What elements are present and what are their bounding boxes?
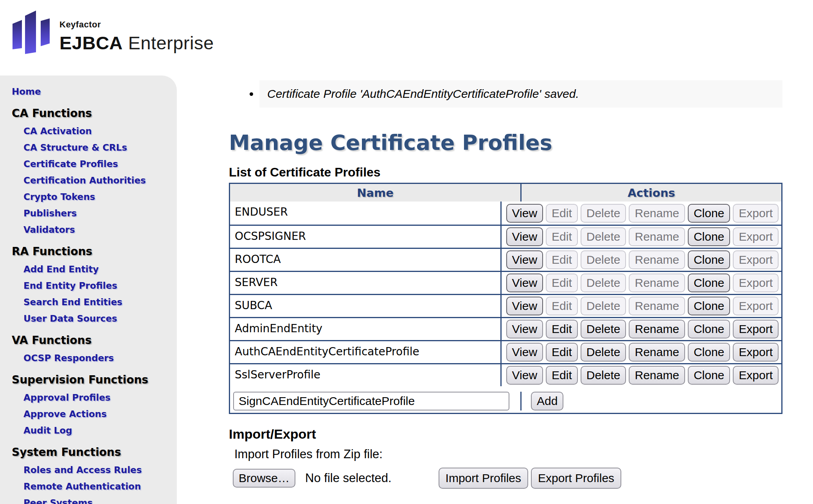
sidebar-item-remote-authentication[interactable]: Remote Authentication <box>23 481 177 491</box>
sidebar-item-add-end-entity[interactable]: Add End Entity <box>23 264 177 274</box>
table-row: SUBCA ViewEditDeleteRenameCloneExport <box>230 294 781 317</box>
profile-actions: ViewEditDeleteRenameCloneExport <box>502 364 781 386</box>
export-button: Export <box>733 274 779 292</box>
add-button[interactable]: Add <box>531 392 563 410</box>
view-button[interactable]: View <box>506 343 543 362</box>
profile-name: SERVER <box>230 272 502 294</box>
delete-button[interactable]: Delete <box>581 343 626 362</box>
sidebar-section-supervision-functions: Supervision Functions <box>12 373 177 386</box>
sidebar-section-system-functions: System Functions <box>12 446 177 459</box>
export-button: Export <box>733 297 779 315</box>
clone-button[interactable]: Clone <box>688 320 730 338</box>
edit-button[interactable]: Edit <box>546 320 578 338</box>
export-button[interactable]: Export <box>733 320 779 338</box>
rename-button[interactable]: Rename <box>629 366 685 385</box>
sidebar-item-ca-structure-crls[interactable]: CA Structure & CRLs <box>23 142 177 153</box>
sidebar-item-audit-log[interactable]: Audit Log <box>23 425 177 436</box>
sidebar-item-peer-systems[interactable]: Peer Systems <box>23 498 177 504</box>
clone-button[interactable]: Clone <box>688 366 730 385</box>
new-profile-name-input[interactable] <box>233 392 509 410</box>
edit-button: Edit <box>546 297 578 315</box>
export-button: Export <box>733 204 779 223</box>
profile-name: AdminEndEntity <box>230 318 502 340</box>
export-button: Export <box>733 227 779 246</box>
sidebar-item-roles-and-access-rules[interactable]: Roles and Access Rules <box>23 465 177 475</box>
clone-button[interactable]: Clone <box>688 250 730 269</box>
edit-button: Edit <box>546 227 578 246</box>
rename-button: Rename <box>629 227 685 246</box>
clone-button[interactable]: Clone <box>688 227 730 246</box>
save-confirmation-message: Certificate Profile 'AuthCAEndEntityCert… <box>259 80 782 108</box>
sidebar-item-home[interactable]: Home <box>12 86 177 97</box>
certificate-profiles-table: Name Actions ENDUSER ViewEditDeleteRenam… <box>229 183 782 414</box>
sidebar-item-end-entity-profiles[interactable]: End Entity Profiles <box>23 281 177 291</box>
sidebar-item-crypto-tokens[interactable]: Crypto Tokens <box>23 192 177 202</box>
sidebar-item-validators[interactable]: Validators <box>23 225 177 235</box>
profile-actions: ViewEditDeleteRenameCloneExport <box>502 249 781 271</box>
table-row: OCSPSIGNER ViewEditDeleteRenameCloneExpo… <box>230 225 781 248</box>
table-header-row: Name Actions <box>230 184 781 202</box>
logo-product-name: EJBCA <box>59 32 123 53</box>
sidebar-section-ca-functions: CA Functions <box>12 107 177 120</box>
profile-name: AuthCAEndEntityCertificateProfile <box>230 341 502 363</box>
sidebar-item-search-end-entities[interactable]: Search End Entities <box>23 297 177 307</box>
profile-actions: ViewEditDeleteRenameCloneExport <box>502 272 781 294</box>
profile-actions: ViewEditDeleteRenameCloneExport <box>502 295 781 317</box>
export-button[interactable]: Export <box>733 343 779 362</box>
list-section-title: List of Certificate Profiles <box>229 165 792 180</box>
clone-button[interactable]: Clone <box>688 343 730 362</box>
delete-button[interactable]: Delete <box>581 366 626 385</box>
clone-button[interactable]: Clone <box>688 274 730 292</box>
logo-bar-right <box>41 18 50 46</box>
sidebar-item-ocsp-responders[interactable]: OCSP Responders <box>23 353 177 363</box>
view-button[interactable]: View <box>506 297 543 315</box>
sidebar-item-publishers[interactable]: Publishers <box>23 208 177 218</box>
rename-button: Rename <box>629 297 685 315</box>
keyfactor-logo-icon <box>12 9 55 57</box>
logo-text: Keyfactor EJBCA Enterprise <box>59 20 214 54</box>
delete-button: Delete <box>581 297 626 315</box>
browse-button[interactable]: Browse… <box>233 469 295 488</box>
file-status-text: No file selected. <box>305 471 392 485</box>
view-button[interactable]: View <box>506 227 543 246</box>
edit-button[interactable]: Edit <box>546 343 578 362</box>
delete-button: Delete <box>581 274 626 292</box>
rename-button[interactable]: Rename <box>629 343 685 362</box>
profile-name: ENDUSER <box>230 202 502 225</box>
sidebar-item-ca-activation[interactable]: CA Activation <box>23 126 177 136</box>
sidebar-section-ra-functions: RA Functions <box>12 245 177 258</box>
table-row: SERVER ViewEditDeleteRenameCloneExport <box>230 271 781 294</box>
clone-button[interactable]: Clone <box>688 297 730 315</box>
delete-button[interactable]: Delete <box>581 320 626 338</box>
profile-actions: ViewEditDeleteRenameCloneExport <box>502 202 781 225</box>
import-profiles-button[interactable]: Import Profiles <box>439 468 528 489</box>
rename-button[interactable]: Rename <box>629 320 685 338</box>
sidebar-item-certification-authorities[interactable]: Certification Authorities <box>23 175 177 185</box>
main-content: Certificate Profile 'AuthCAEndEntityCert… <box>229 0 792 489</box>
name-column-header: Name <box>230 184 522 202</box>
clone-button[interactable]: Clone <box>688 204 730 223</box>
delete-button: Delete <box>581 204 626 223</box>
keyfactor-ejbca-logo[interactable]: Keyfactor EJBCA Enterprise <box>12 9 231 59</box>
delete-button: Delete <box>581 250 626 269</box>
sidebar-item-approval-profiles[interactable]: Approval Profiles <box>23 392 177 403</box>
table-row: AuthCAEndEntityCertificateProfile ViewEd… <box>230 340 781 363</box>
view-button[interactable]: View <box>506 366 543 385</box>
sidebar-item-approve-actions[interactable]: Approve Actions <box>23 409 177 419</box>
table-row: SslServerProfile ViewEditDeleteRenameClo… <box>230 363 781 386</box>
export-button: Export <box>733 250 779 269</box>
logo-company-name: Keyfactor <box>59 20 214 30</box>
export-button[interactable]: Export <box>733 366 779 385</box>
delete-button: Delete <box>581 227 626 246</box>
view-button[interactable]: View <box>506 250 543 269</box>
view-button[interactable]: View <box>506 274 543 292</box>
sidebar-item-certificate-profiles[interactable]: Certificate Profiles <box>23 159 177 169</box>
sidebar-item-user-data-sources[interactable]: User Data Sources <box>23 313 177 324</box>
edit-button[interactable]: Edit <box>546 366 578 385</box>
import-instruction: Import Profiles from Zip file: <box>234 447 792 461</box>
profile-actions: ViewEditDeleteRenameCloneExport <box>502 341 781 363</box>
profile-actions: ViewEditDeleteRenameCloneExport <box>502 318 781 340</box>
view-button[interactable]: View <box>506 320 543 338</box>
export-profiles-button[interactable]: Export Profiles <box>531 468 621 489</box>
view-button[interactable]: View <box>506 204 543 223</box>
